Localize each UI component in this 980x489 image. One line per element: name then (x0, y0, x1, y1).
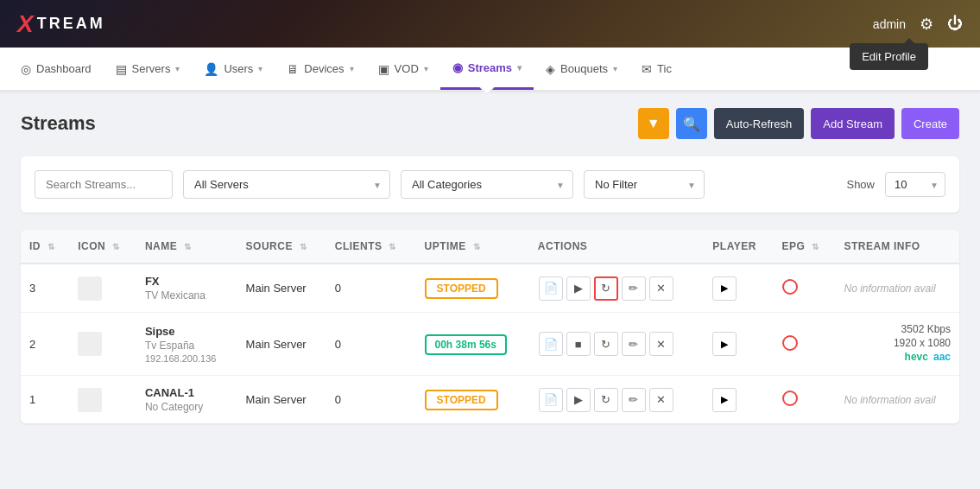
player-btn[interactable]: ▶ (712, 388, 737, 412)
action-edit-btn[interactable]: ✏ (622, 276, 646, 301)
stream-info-values: 3502 Kbps 1920 x 1080 hevc aac (844, 323, 952, 363)
row-uptime: STOPPED (416, 376, 529, 424)
nav-dashboard[interactable]: ◎ Dashboard (9, 48, 104, 90)
stream-kbps: 3502 Kbps (844, 323, 952, 335)
stream-codecs: hevc aac (844, 351, 952, 363)
logo-text: TREAM (37, 15, 105, 33)
tickets-icon: ✉ (642, 62, 652, 76)
nav-streams-label: Streams (468, 61, 512, 74)
nav-bouquets[interactable]: ◈ Bouquets ▾ (534, 48, 629, 90)
action-edit-btn[interactable]: ✏ (622, 388, 646, 412)
power-button[interactable]: ⏻ (947, 15, 963, 33)
action-play-btn[interactable]: ▶ (566, 388, 591, 412)
row-epg (774, 313, 836, 376)
row-player: ▶ (704, 264, 773, 313)
nav-streams[interactable]: ◉ Streams ▾ (440, 48, 534, 90)
row-icon (69, 376, 136, 424)
action-delete-btn[interactable]: ✕ (649, 388, 673, 412)
filter-button[interactable]: ▼ (638, 108, 669, 139)
actions-cell: 📄 ▶ ↻ ✏ ✕ (538, 276, 696, 301)
uptime-badge-stopped: STOPPED (425, 390, 498, 410)
nav-bar: ◎ Dashboard ▤ Servers ▾ 👤 Users ▾ 🖥 Devi… (0, 48, 980, 91)
action-file-btn[interactable]: 📄 (539, 332, 563, 356)
player-btn[interactable]: ▶ (712, 332, 737, 356)
col-stream-info: STREAM INFO (836, 230, 960, 264)
stream-category: Tv España (145, 340, 229, 352)
search-button[interactable]: 🔍 (676, 108, 707, 139)
action-restart-btn[interactable]: ↻ (594, 388, 618, 412)
categories-filter[interactable]: All Categories (401, 170, 573, 199)
action-delete-btn[interactable]: ✕ (649, 332, 673, 356)
filters-bar: All Servers All Categories No Filter Sho… (21, 156, 959, 213)
action-edit-btn[interactable]: ✏ (622, 332, 646, 356)
action-play-btn[interactable]: ▶ (566, 276, 591, 301)
stream-name: Sipse (145, 325, 229, 338)
header: X TREAM admin ⚙ ⏻ Edit Profile (0, 0, 980, 48)
action-file-btn[interactable]: 📄 (539, 276, 563, 301)
categories-filter-wrapper: All Categories (401, 170, 573, 199)
settings-button[interactable]: ⚙ (920, 15, 933, 34)
autorefresh-button[interactable]: Auto-Refresh (714, 108, 805, 139)
table-row: 2 Sipse Tv España 192.168.200.136 Main S… (21, 313, 959, 376)
nav-tickets[interactable]: ✉ Tic (629, 48, 684, 90)
page-actions: ▼ 🔍 Auto-Refresh Add Stream Create (638, 108, 959, 139)
col-player: PLAYER (704, 230, 773, 264)
stream-name: CANAL-1 (145, 386, 229, 399)
row-uptime: STOPPED (416, 264, 529, 313)
uptime-badge-stopped: STOPPED (425, 278, 498, 299)
col-name: NAME ⇅ (136, 230, 237, 264)
show-count-select[interactable]: 10 25 50 (885, 172, 945, 197)
stream-name: FX (145, 275, 229, 288)
action-restart-btn[interactable]: ↻ (594, 276, 618, 301)
nav-tickets-label: Tic (657, 62, 672, 75)
create-button[interactable]: Create (901, 108, 959, 139)
row-actions: 📄 ■ ↻ ✏ ✕ (529, 313, 705, 376)
col-id: ID ⇅ (21, 230, 69, 264)
row-name-cell: Sipse Tv España 192.168.200.136 (136, 313, 237, 376)
stream-icon-placeholder (78, 276, 102, 301)
action-file-btn[interactable]: 📄 (539, 388, 563, 412)
users-dropdown-arrow: ▾ (258, 64, 262, 73)
servers-dropdown-arrow: ▾ (175, 64, 180, 73)
nav-users-label: Users (224, 62, 253, 75)
action-restart-btn[interactable]: ↻ (594, 332, 618, 356)
epg-indicator (782, 391, 798, 406)
row-player: ▶ (704, 376, 773, 424)
player-btn[interactable]: ▶ (712, 276, 737, 301)
epg-indicator (782, 279, 798, 295)
row-icon (69, 264, 136, 313)
col-clients: CLIENTS ⇅ (326, 230, 416, 264)
stream-res: 1920 x 1080 (844, 337, 952, 349)
nav-servers[interactable]: ▤ Servers ▾ (104, 48, 193, 90)
col-icon: ICON ⇅ (69, 230, 136, 264)
show-count-wrapper: 10 25 50 (885, 172, 945, 197)
col-uptime: UPTIME ⇅ (416, 230, 529, 264)
table-row: 1 CANAL-1 No Category Main Server 0 STOP… (21, 376, 959, 424)
video-codec: hevc (905, 351, 928, 363)
addstream-button[interactable]: Add Stream (811, 108, 895, 139)
streams-table: ID ⇅ ICON ⇅ NAME ⇅ SOURCE ⇅ CLIENTS ⇅ UP… (21, 230, 959, 423)
row-stream-info: No information avail (836, 376, 960, 424)
logo: X TREAM (17, 10, 105, 38)
nav-bouquets-label: Bouquets (560, 62, 608, 75)
action-stop-btn[interactable]: ■ (566, 332, 591, 356)
search-input[interactable] (35, 170, 173, 199)
nav-dashboard-label: Dashboard (36, 62, 92, 75)
row-epg (774, 264, 836, 313)
nav-devices[interactable]: 🖥 Devices ▾ (275, 48, 365, 90)
header-right: admin ⚙ ⏻ Edit Profile (873, 15, 963, 34)
action-delete-btn[interactable]: ✕ (649, 276, 673, 301)
nav-vod[interactable]: ▣ VOD ▾ (366, 48, 440, 90)
servers-filter-wrapper: All Servers (183, 170, 390, 199)
row-epg (774, 376, 836, 424)
nofilter-select[interactable]: No Filter (584, 170, 705, 199)
page-header: Streams ▼ 🔍 Auto-Refresh Add Stream Crea… (21, 108, 959, 139)
row-clients: 0 (326, 264, 416, 313)
table-header-row: ID ⇅ ICON ⇅ NAME ⇅ SOURCE ⇅ CLIENTS ⇅ UP… (21, 230, 959, 264)
row-icon (69, 313, 136, 376)
table-row: 3 FX TV Mexicana Main Server 0 STOPPED (21, 264, 959, 313)
nav-users[interactable]: 👤 Users ▾ (192, 48, 275, 90)
row-source: Main Server (237, 376, 326, 424)
nav-servers-label: Servers (132, 62, 171, 75)
servers-filter[interactable]: All Servers (183, 170, 390, 199)
